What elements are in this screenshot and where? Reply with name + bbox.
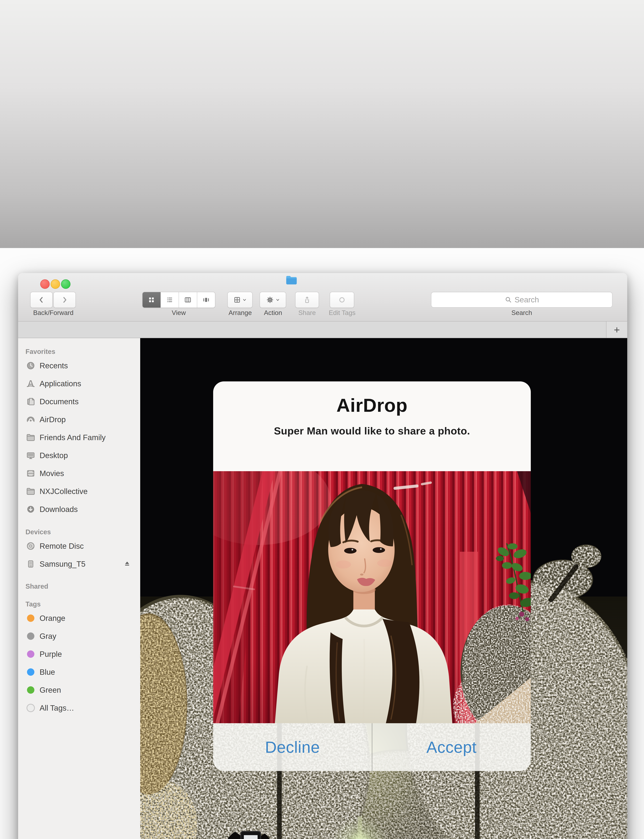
view-caption: View	[142, 309, 215, 316]
search-caption: Search	[431, 309, 613, 316]
orange-tag-icon	[27, 614, 34, 622]
sidebar-item-label: Gray	[39, 632, 56, 641]
arrange-button[interactable]	[227, 292, 253, 308]
sidebar-item-label: Orange	[39, 614, 65, 623]
sidebar-item-label: Downloads	[39, 505, 78, 514]
chevron-down-icon	[242, 298, 247, 302]
sidebar-item-label: NXJCollective	[39, 487, 87, 496]
sidebar-item-documents[interactable]: Documents	[18, 393, 140, 410]
sidebar-item-label: AirDrop	[39, 415, 66, 424]
chevron-down-icon	[276, 298, 280, 302]
chevron-right-icon	[60, 296, 69, 304]
gray-tag-icon	[27, 632, 34, 640]
search-placeholder: Search	[514, 295, 539, 304]
sidebar-item-label: Blue	[39, 668, 55, 676]
sidebar-item-label: Remote Disc	[39, 541, 84, 551]
arrange-grid-icon	[233, 296, 241, 304]
purple-tag-icon	[27, 650, 34, 658]
sidebar-item-label: Friends And Family	[39, 433, 106, 442]
airdrop-dialog-header: AirDrop Super Man would like to share a …	[213, 382, 531, 471]
list-view-button[interactable]	[161, 292, 179, 308]
share-caption: Share	[291, 309, 323, 316]
sidebar-item-label: Samsung_T5	[39, 559, 85, 569]
edit-tags-caption: Edit Tags	[324, 309, 361, 316]
airdrop-icon	[25, 414, 36, 425]
sidebar-item-label: Purple	[39, 650, 62, 659]
sidebar-item-recents[interactable]: Recents	[18, 357, 140, 375]
sidebar-item-label: Recents	[39, 361, 68, 370]
disc-icon	[25, 541, 36, 551]
action-caption: Action	[257, 309, 289, 316]
window-proxy-folder-icon[interactable]	[286, 275, 297, 285]
action-button[interactable]	[260, 292, 286, 308]
content-area: AirDrop Super Man would like to share a …	[140, 338, 627, 839]
recents-icon	[25, 360, 36, 371]
page-top-gradient	[0, 0, 644, 248]
movies-icon	[25, 468, 36, 479]
sidebar-section-favorites: Favorites	[18, 347, 140, 357]
gear-icon	[266, 296, 274, 304]
tag-circle-icon	[338, 296, 346, 304]
sidebar-item-tag-purple[interactable]: Purple	[18, 645, 140, 663]
sidebar-item-label: All Tags…	[39, 703, 74, 712]
downloads-icon	[25, 504, 36, 515]
sidebar-item-tag-blue[interactable]: Blue	[18, 663, 140, 681]
column-view-button[interactable]	[179, 292, 197, 308]
list-view-icon	[166, 296, 174, 304]
share-button[interactable]	[295, 292, 319, 308]
folder-icon	[25, 486, 36, 497]
tab-bar: +	[18, 321, 627, 338]
arrange-caption: Arrange	[224, 309, 256, 316]
minimize-traffic-light-button[interactable]	[51, 280, 60, 289]
icon-view-grid-icon	[148, 296, 156, 304]
sidebar-item-nxjcollective[interactable]: NXJCollective	[18, 482, 140, 500]
sidebar-section-shared: Shared	[18, 581, 140, 591]
finder-window: Back/Forward	[18, 273, 627, 839]
sidebar-item-label: Documents	[39, 397, 79, 406]
sidebar-item-downloads[interactable]: Downloads	[18, 500, 140, 518]
accept-button[interactable]: Accept	[372, 723, 531, 771]
sidebar-item-tag-green[interactable]: Green	[18, 681, 140, 699]
sidebar-item-samsung-t5[interactable]: Samsung_T5	[18, 555, 140, 573]
forward-button[interactable]	[53, 292, 76, 308]
search-input[interactable]: Search	[431, 292, 613, 308]
dialog-button-bar: Decline Accept	[213, 723, 531, 771]
sidebar-item-airdrop[interactable]: AirDrop	[18, 410, 140, 428]
sidebar-item-label: Applications	[39, 379, 81, 388]
icon-view-button[interactable]	[143, 292, 161, 308]
back-button[interactable]	[30, 292, 53, 308]
view-segmented-control	[142, 292, 215, 308]
shared-photo-preview	[213, 471, 531, 723]
sidebar-item-friends-and-family[interactable]: Friends And Family	[18, 428, 140, 446]
green-tag-icon	[27, 686, 34, 694]
sidebar-item-desktop[interactable]: Desktop	[18, 446, 140, 464]
external-drive-icon	[25, 559, 36, 569]
sidebar-item-applications[interactable]: Applications	[18, 375, 140, 393]
chevron-left-icon	[37, 296, 46, 304]
sidebar-item-label: Desktop	[39, 451, 68, 460]
sidebar-item-label: Green	[39, 686, 61, 694]
close-traffic-light-button[interactable]	[40, 280, 50, 289]
applications-icon	[25, 378, 36, 389]
sidebar-item-remote-disc[interactable]: Remote Disc	[18, 537, 140, 555]
sidebar-item-all-tags[interactable]: All Tags…	[18, 699, 140, 717]
edit-tags-button[interactable]	[330, 292, 354, 308]
dialog-title: AirDrop	[337, 395, 407, 416]
finder-toolbar: Back/Forward	[18, 273, 627, 321]
decline-button[interactable]: Decline	[213, 723, 372, 771]
new-tab-button[interactable]: +	[606, 321, 627, 338]
sidebar-item-tag-gray[interactable]: Gray	[18, 627, 140, 645]
cover-flow-view-button[interactable]	[197, 292, 215, 308]
sidebar-item-tag-orange[interactable]: Orange	[18, 609, 140, 627]
dialog-message: Super Man would like to share a photo.	[274, 425, 470, 437]
sidebar: Favorites Recents Applications	[18, 338, 140, 839]
documents-icon	[25, 396, 36, 407]
sidebar-item-label: Movies	[39, 469, 64, 478]
sidebar-section-tags: Tags	[18, 599, 140, 609]
sidebar-section-devices: Devices	[18, 527, 140, 537]
zoom-traffic-light-button[interactable]	[61, 280, 71, 289]
back-forward-caption: Back/Forward	[28, 309, 79, 316]
sidebar-item-movies[interactable]: Movies	[18, 464, 140, 482]
folder-icon	[25, 432, 36, 443]
eject-icon[interactable]	[123, 560, 131, 568]
